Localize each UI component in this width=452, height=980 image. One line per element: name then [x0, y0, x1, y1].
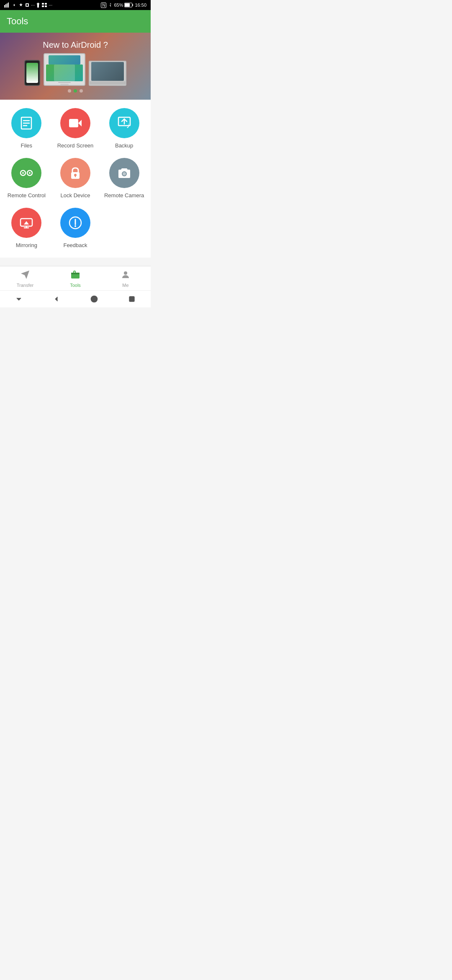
banner-phone: [24, 60, 40, 86]
svg-rect-6: [42, 3, 44, 5]
tool-files[interactable]: Files: [4, 108, 49, 150]
record-screen-label: Record Screen: [57, 142, 94, 150]
svg-rect-12: [132, 4, 133, 6]
feedback-icon: [68, 215, 83, 230]
banner-dot-1: [68, 89, 71, 93]
tool-backup[interactable]: Backup: [102, 108, 146, 150]
files-icon-bg: [11, 108, 41, 138]
feedback-label: Feedback: [63, 242, 87, 249]
nav-tools[interactable]: Tools: [61, 270, 90, 288]
tools-nav-label: Tools: [70, 283, 81, 288]
svg-point-38: [124, 271, 127, 275]
mirroring-icon-bg: [11, 208, 41, 238]
svg-rect-3: [8, 3, 9, 8]
lock-device-icon: [68, 165, 83, 181]
nav-me[interactable]: Me: [111, 270, 140, 288]
nav-transfer[interactable]: Transfer: [10, 270, 40, 288]
svg-rect-0: [4, 5, 5, 8]
remote-control-icon-bg: [11, 158, 41, 188]
banner-dots: [68, 89, 83, 93]
status-right: N 65% 16:50: [101, 3, 146, 8]
svg-point-24: [29, 172, 31, 174]
remote-camera-icon: [117, 165, 132, 181]
record-screen-icon-bg: [60, 108, 90, 138]
record-screen-icon: [68, 116, 83, 131]
header: Tools: [0, 10, 151, 33]
tool-remote-camera[interactable]: Remote Camera: [102, 158, 146, 199]
mirroring-icon: [19, 215, 34, 230]
banner-desktop: [44, 53, 85, 86]
svg-point-22: [22, 172, 24, 174]
bottom-nav: Transfer Tools Me: [0, 266, 151, 290]
tool-record-screen[interactable]: Record Screen: [53, 108, 98, 150]
svg-point-29: [123, 172, 126, 175]
files-icon: [19, 116, 34, 131]
svg-rect-2: [7, 3, 8, 8]
banner-dot-2: [74, 89, 77, 93]
status-time: 16:50: [135, 3, 146, 8]
mirroring-label: Mirroring: [16, 242, 37, 249]
backup-icon-bg: [109, 108, 139, 138]
tool-mirroring[interactable]: Mirroring: [4, 208, 49, 249]
tool-lock-device[interactable]: Lock Device: [53, 158, 98, 199]
tools-nav-icon: [70, 270, 80, 281]
backup-label: Backup: [115, 142, 133, 150]
svg-rect-1: [5, 4, 6, 8]
transfer-nav-icon: [20, 270, 30, 281]
tool-remote-control[interactable]: Remote Control: [4, 158, 49, 199]
sys-recents-icon[interactable]: [128, 295, 136, 303]
svg-rect-8: [45, 3, 47, 5]
svg-marker-35: [21, 271, 29, 279]
backup-icon: [117, 116, 132, 131]
files-label: Files: [21, 142, 32, 150]
banner-dot-3: [80, 89, 83, 93]
remote-control-icon: [19, 165, 34, 181]
transfer-nav-label: Transfer: [17, 283, 34, 288]
banner: New to AirDroid ?: [0, 33, 151, 100]
remote-control-label: Remote Control: [8, 192, 46, 199]
svg-rect-37: [71, 273, 80, 274]
svg-rect-9: [45, 5, 47, 7]
banner-laptop: [89, 61, 126, 86]
page-title: Tools: [7, 16, 28, 26]
sys-nav: [0, 290, 151, 307]
lock-device-label: Lock Device: [61, 192, 90, 199]
svg-point-39: [91, 296, 98, 302]
tool-feedback[interactable]: Feedback: [53, 208, 98, 249]
lock-device-icon-bg: [60, 158, 90, 188]
me-nav-label: Me: [122, 283, 128, 288]
sys-home-icon[interactable]: [90, 295, 98, 303]
me-nav-icon: [121, 270, 131, 281]
remote-camera-label: Remote Camera: [104, 192, 144, 199]
sys-back-icon[interactable]: [52, 295, 61, 303]
banner-images: [24, 53, 126, 86]
sys-down-icon[interactable]: [15, 295, 23, 303]
tools-section: Files Record Screen Backup: [0, 100, 151, 258]
battery-percent: 65%: [114, 3, 123, 8]
tools-grid: Files Record Screen Backup: [0, 100, 151, 258]
svg-rect-5: [26, 4, 28, 6]
remote-camera-icon-bg: [109, 158, 139, 188]
status-left: ··· ···: [4, 3, 52, 8]
svg-marker-31: [24, 221, 29, 224]
svg-point-34: [74, 225, 76, 227]
svg-marker-18: [78, 120, 82, 126]
feedback-icon-bg: [60, 208, 90, 238]
status-bar: ··· ··· N 65% 16:50: [0, 0, 151, 10]
svg-rect-17: [69, 119, 78, 127]
svg-rect-11: [125, 3, 130, 7]
banner-title: New to AirDroid ?: [43, 40, 108, 50]
svg-rect-7: [42, 5, 44, 7]
svg-rect-40: [129, 297, 134, 302]
